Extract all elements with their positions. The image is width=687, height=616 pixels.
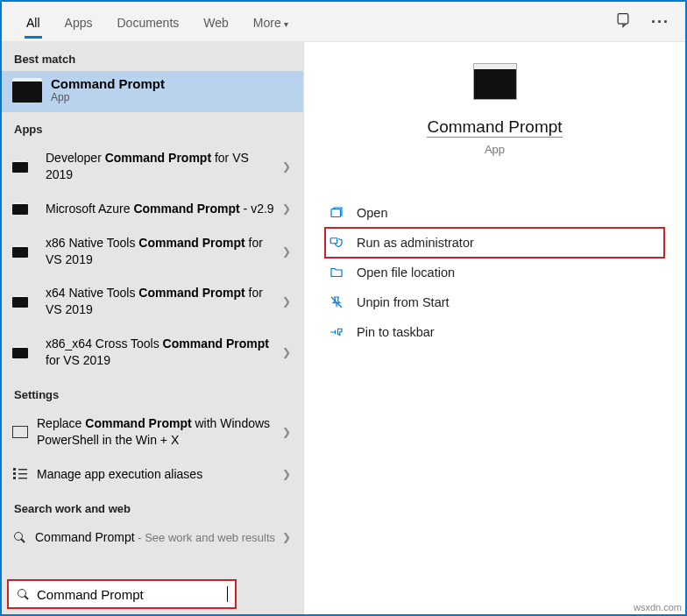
- preview-subtitle: App: [325, 143, 664, 156]
- unpin-icon: [329, 294, 344, 310]
- command-prompt-icon: [473, 63, 517, 100]
- search-input-box[interactable]: [7, 579, 237, 609]
- chevron-right-icon[interactable]: ❯: [282, 245, 291, 258]
- app-result[interactable]: Developer Command Prompt for VS 2019 ❯: [2, 141, 303, 192]
- svg-rect-1: [331, 209, 341, 217]
- app-result[interactable]: x64 Native Tools Command Prompt for VS 2…: [2, 276, 303, 327]
- search-icon: [16, 587, 30, 601]
- command-prompt-icon: [12, 202, 28, 215]
- replace-cmd-icon: [12, 424, 28, 440]
- chevron-right-icon[interactable]: ❯: [282, 346, 291, 358]
- search-input[interactable]: [37, 587, 220, 602]
- command-prompt-icon: [12, 245, 28, 258]
- app-result[interactable]: x86_x64 Cross Tools Command Prompt for V…: [2, 327, 303, 378]
- pin-icon: [329, 324, 344, 340]
- action-pin-to-taskbar[interactable]: Pin to taskbar: [325, 317, 664, 347]
- best-match-subtitle: App: [51, 91, 165, 103]
- list-icon: [12, 466, 28, 482]
- search-icon: [12, 530, 26, 544]
- action-run-as-administrator[interactable]: Run as administrator: [325, 228, 664, 258]
- section-search-web: Search work and web: [2, 492, 303, 520]
- section-settings: Settings: [2, 378, 303, 407]
- section-apps: Apps: [2, 112, 303, 141]
- svg-rect-0: [618, 14, 628, 25]
- svg-rect-2: [330, 238, 337, 244]
- preview-panel: Command Prompt App Open Run as administr…: [303, 42, 685, 614]
- chevron-right-icon[interactable]: ❯: [282, 531, 291, 543]
- open-icon: [329, 205, 344, 221]
- web-result[interactable]: Command Prompt - See work and web result…: [2, 520, 303, 555]
- shield-icon: [329, 235, 344, 251]
- chevron-right-icon[interactable]: ❯: [282, 468, 291, 480]
- action-open-file-location[interactable]: Open file location: [325, 258, 664, 287]
- command-prompt-icon: [12, 160, 28, 173]
- app-result[interactable]: Microsoft Azure Command Prompt - v2.9 ❯: [2, 192, 303, 226]
- more-options-icon[interactable]: ···: [651, 13, 669, 32]
- tab-documents[interactable]: Documents: [104, 5, 191, 39]
- app-result[interactable]: x86 Native Tools Command Prompt for VS 2…: [2, 226, 303, 277]
- settings-result[interactable]: Replace Command Prompt with Windows Powe…: [2, 407, 303, 457]
- chevron-right-icon[interactable]: ❯: [282, 426, 291, 438]
- action-open[interactable]: Open: [325, 198, 664, 228]
- action-unpin-from-start[interactable]: Unpin from Start: [325, 287, 664, 317]
- folder-icon: [329, 265, 344, 280]
- results-panel: Best match Command Prompt App Apps Devel…: [2, 42, 303, 614]
- section-best-match: Best match: [2, 42, 303, 71]
- feedback-icon[interactable]: [614, 11, 632, 32]
- command-prompt-icon: [12, 295, 28, 308]
- tab-apps[interactable]: Apps: [53, 5, 105, 39]
- chevron-right-icon[interactable]: ❯: [282, 295, 291, 308]
- watermark: wsxdn.com: [634, 602, 682, 612]
- search-filter-tabs: All Apps Documents Web More▾ ···: [2, 2, 685, 42]
- tab-more[interactable]: More▾: [241, 5, 301, 39]
- tab-web[interactable]: Web: [191, 5, 241, 39]
- text-cursor: [227, 586, 228, 602]
- command-prompt-icon: [12, 78, 42, 103]
- tab-all[interactable]: All: [14, 5, 53, 39]
- chevron-right-icon[interactable]: ❯: [282, 202, 291, 215]
- chevron-down-icon: ▾: [284, 19, 288, 29]
- best-match-item[interactable]: Command Prompt App: [2, 71, 303, 112]
- best-match-title: Command Prompt: [51, 76, 165, 91]
- chevron-right-icon[interactable]: ❯: [282, 160, 291, 173]
- preview-title[interactable]: Command Prompt: [427, 117, 562, 138]
- settings-result[interactable]: Manage app execution aliases ❯: [2, 457, 303, 492]
- command-prompt-icon: [12, 346, 28, 358]
